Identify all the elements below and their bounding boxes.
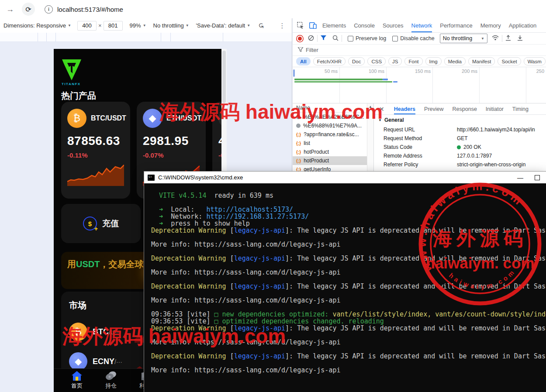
request-row[interactable]: {;}hotProduct (293, 156, 367, 165)
details-tab-timing[interactable]: Timing (512, 103, 529, 114)
save-data-dropdown[interactable]: 'Save-Data': default▼ (196, 22, 251, 29)
details-tab-initiator[interactable]: Initiator (486, 103, 504, 114)
ecny-icon: ◆ (69, 352, 87, 371)
zoom-dropdown[interactable]: 99%▼ (130, 22, 146, 29)
filter-chip-img[interactable]: Img (425, 57, 442, 65)
nav-home[interactable]: 首页 (60, 369, 94, 392)
import-har-icon[interactable] (505, 35, 511, 42)
cmd-segment: ]: The legacy JS API is deprecated and w… (285, 352, 546, 360)
devtools-tab-memory[interactable]: Memory (480, 18, 501, 32)
pair-change: -0.11% (67, 151, 124, 159)
cmd-segment: Deprecation Warning (151, 254, 226, 262)
devtools-tab-sources[interactable]: Sources (383, 18, 404, 32)
record-network-log-button[interactable] (298, 37, 302, 41)
clear-network-log-icon[interactable] (308, 35, 314, 42)
chevron-down-icon: ▼ (481, 37, 484, 41)
cmd-segment: More info: https://sass-lang.com/d/legac… (151, 241, 340, 248)
watermark-stamp: www.haiwaiym.com 海外源码 haiwaiym. com haiw… (416, 180, 544, 308)
filter-chip-font[interactable]: Font (404, 57, 422, 65)
request-name: hotProduct (304, 158, 329, 164)
rotate-viewport-icon[interactable]: ↺ (257, 23, 265, 28)
filter-input[interactable]: Filter (306, 47, 318, 53)
header-value: 200 OK (457, 144, 546, 150)
filter-chip-js[interactable]: JS (388, 57, 402, 65)
filter-toggle-icon[interactable] (321, 35, 326, 42)
stamp-center-cn: 海外源码 (432, 227, 527, 249)
ruler-divider (46, 33, 47, 41)
filter-chip-socket[interactable]: Socket (498, 57, 521, 65)
status-ok-icon (457, 145, 461, 149)
devtools-tab-elements[interactable]: Elements (322, 18, 346, 32)
timeline-cell: 100 ms (340, 67, 387, 103)
request-row[interactable]: {;}hotProduct (293, 148, 367, 156)
viewport-height-input[interactable]: 801 (104, 21, 123, 31)
request-name: ?app=finance.rate&sc... (304, 131, 359, 138)
general-row: Status Code200 OK (374, 143, 546, 151)
watermark-text: 海外源码 haiwaiym.com (159, 99, 383, 126)
devtools-tab-console[interactable]: Console (354, 18, 375, 32)
chevron-down-icon: ▼ (186, 24, 189, 28)
header-value-text: http://660.1.haiwaiym24.top/api/in (457, 127, 535, 133)
request-details-panel: ✕ HeadersPreviewResponseInitiatorTiming … (374, 103, 546, 174)
reload-button[interactable]: ⟳ (22, 3, 35, 16)
product-card-btc[interactable]: ₿ BTC/USDT 87856.63 -0.11% (61, 102, 130, 199)
ruler-divider (55, 33, 56, 41)
request-name: hotProduct (304, 149, 329, 155)
request-details-tabs: ✕ HeadersPreviewResponseInitiatorTiming (374, 103, 546, 115)
request-row[interactable]: {;}?app=finance.rate&sc... (293, 130, 367, 139)
search-icon[interactable] (332, 35, 339, 42)
network-conditions-icon[interactable] (492, 35, 499, 42)
cmd-line: 09:36:53 [vite] □ new dependencies optim… (151, 311, 546, 318)
preserve-log-checkbox[interactable]: Preserve log (348, 35, 386, 41)
viewport-width-input[interactable]: 400 (77, 21, 97, 31)
header-label: Request URL (384, 127, 457, 133)
cmd-segment: More info: https://sass-lang.com/d/legac… (151, 296, 340, 304)
details-tab-headers[interactable]: Headers (394, 103, 415, 114)
general-row: Remote Address127.0.0.1:7897 (374, 151, 546, 160)
maximize-button[interactable] (535, 175, 540, 180)
devtools-tab-network[interactable]: Network (411, 18, 432, 32)
ruler-divider (161, 33, 161, 41)
stamp-center-en: haiwaiym. com (426, 254, 535, 272)
filter-chip-wasm[interactable]: Wasm (524, 57, 546, 65)
general-row: Referrer Policystrict-origin-when-cross-… (374, 160, 546, 169)
filter-chip-media[interactable]: Media (444, 57, 466, 65)
filter-chip-doc[interactable]: Doc (348, 57, 365, 65)
devtools-tab-performance[interactable]: Performance (440, 18, 472, 32)
recharge-label: 充值 (102, 218, 119, 229)
header-value-text: 200 OK (463, 144, 481, 150)
screenshot-stage: → ⟳ i localhost:5173/#/home Dimensions: … (0, 0, 546, 392)
scrollbar-thumb[interactable] (222, 51, 226, 103)
devtools-tab-application[interactable]: Application (509, 18, 537, 32)
forward-arrow-icon[interactable]: → (6, 5, 14, 14)
site-info-icon[interactable]: i (45, 5, 53, 14)
address-bar[interactable]: localhost:5173/#/home (57, 6, 123, 13)
json-request-icon: {;} (296, 158, 301, 163)
throttling-dropdown[interactable]: No throttling▼ (153, 22, 189, 29)
export-har-icon[interactable] (517, 35, 523, 42)
disable-cache-checkbox[interactable]: Disable cache (392, 35, 435, 41)
details-tab-response[interactable]: Response (453, 103, 477, 114)
dimensions-dropdown[interactable]: Dimensions: Responsive (3, 22, 66, 29)
network-throttling-select[interactable]: No throttling▼ (440, 34, 487, 43)
network-overview[interactable]: 50 ms100 ms150 ms200 ms 250 (293, 67, 546, 103)
header-value-text: GET (457, 135, 468, 141)
filter-chip-all[interactable]: All (296, 57, 311, 65)
more-options-icon[interactable]: ⋮ (279, 22, 286, 30)
overview-handle[interactable] (293, 69, 295, 77)
filter-chip-manifest[interactable]: Manifest (468, 57, 495, 65)
json-request-icon: {;} (296, 167, 301, 172)
details-tab-preview[interactable]: Preview (424, 103, 443, 114)
chevron-down-icon: ▼ (143, 24, 146, 28)
inspect-element-icon[interactable] (297, 22, 304, 29)
ruler-divider (38, 33, 38, 41)
filter-chip-fetch-xhr[interactable]: Fetch/XHR (313, 57, 346, 65)
device-toolbar-icon[interactable] (309, 22, 317, 29)
nav-positions[interactable]: 持仓 (94, 369, 128, 392)
general-section-header[interactable]: ▼ General (374, 115, 546, 125)
request-row[interactable]: {;}list (293, 139, 367, 148)
recharge-button[interactable]: $+ 充值 (61, 204, 141, 243)
json-request-icon: {;} (296, 141, 301, 146)
cmd-segment: legacy-js-api (234, 352, 285, 360)
filter-chip-css[interactable]: CSS (367, 57, 386, 65)
